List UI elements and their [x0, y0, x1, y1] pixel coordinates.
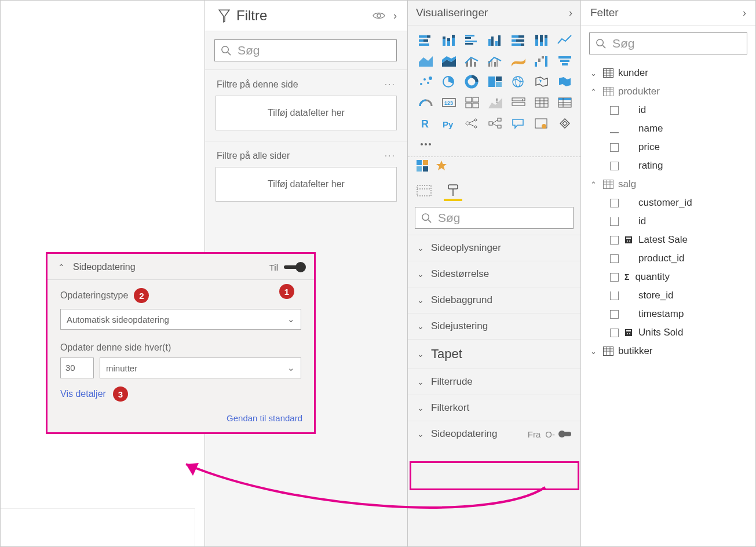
- callout-header[interactable]: ⌃ Sideopdatering Til: [48, 254, 314, 280]
- checkbox[interactable]: [610, 106, 619, 115]
- viz-arcgis-icon[interactable]: [532, 115, 552, 132]
- viz-area-icon[interactable]: [416, 52, 436, 70]
- viz-powerapps-icon[interactable]: [555, 115, 575, 132]
- field-salg-latestsale[interactable]: Latest Sale: [589, 231, 748, 249]
- section-pagesize[interactable]: ⌄Sidestørrelse: [408, 261, 580, 287]
- field-salg-timestamp[interactable]: timestamp: [589, 305, 748, 323]
- filters-page-dropzone[interactable]: Tilføj datafelter her: [216, 96, 397, 130]
- viz-more-icon[interactable]: [416, 136, 436, 153]
- table-kunder[interactable]: ⌄ kunder: [589, 64, 748, 82]
- field-salg-storeid[interactable]: store_id: [589, 286, 748, 305]
- viz-python-icon[interactable]: Py: [439, 115, 459, 132]
- checkbox[interactable]: [610, 310, 619, 319]
- collapse-icon[interactable]: ›: [569, 7, 572, 19]
- collapse-icon[interactable]: ›: [393, 10, 397, 22]
- viz-line-clustered-icon[interactable]: [485, 52, 505, 70]
- viz-gauge-icon[interactable]: [416, 94, 436, 111]
- field-salg-customerid[interactable]: customer_id: [589, 194, 748, 212]
- viz-waterfall-icon[interactable]: [532, 52, 552, 70]
- viz-slicer-icon[interactable]: [509, 94, 528, 111]
- viz-stacked-column-icon[interactable]: [439, 31, 459, 49]
- svg-rect-18: [488, 39, 491, 46]
- show-details-link[interactable]: Vis detaljer 3: [60, 386, 301, 402]
- field-salg-unitssold[interactable]: Units Sold: [589, 323, 748, 342]
- viz-decomposition-icon[interactable]: [485, 115, 505, 132]
- field-salg-quantity[interactable]: Σquantity: [589, 268, 748, 286]
- more-icon[interactable]: ···: [385, 79, 396, 90]
- viz-key-influencers-icon[interactable]: [462, 115, 482, 132]
- refresh-type-select[interactable]: Automatisk sideopdatering ⌄: [60, 309, 301, 330]
- checkbox[interactable]: [610, 291, 619, 300]
- viz-scatter-icon[interactable]: [416, 73, 436, 90]
- viz-card-icon[interactable]: 123: [439, 94, 459, 111]
- viz-clustered-bar-icon[interactable]: [462, 31, 482, 49]
- field-produkter-id[interactable]: id: [589, 101, 748, 119]
- viz-line-column-icon[interactable]: [462, 52, 482, 70]
- section-filtercard[interactable]: ⌄Filterkort: [408, 395, 580, 421]
- viz-map-icon[interactable]: [509, 73, 528, 90]
- toggle-on[interactable]: [284, 265, 304, 269]
- more-icon[interactable]: ···: [385, 151, 396, 161]
- field-salg-productid[interactable]: product_id: [589, 249, 748, 268]
- checkbox[interactable]: [610, 236, 619, 245]
- viz-donut-icon[interactable]: [462, 73, 482, 90]
- section-refresh[interactable]: ⌄Sideopdatering FraO-: [408, 421, 580, 447]
- field-produkter-rating[interactable]: rating: [589, 156, 748, 175]
- checkbox[interactable]: [610, 273, 619, 282]
- viz-matrix-icon[interactable]: [555, 94, 575, 111]
- filters-search[interactable]: Søg: [214, 39, 397, 61]
- section-pagebg[interactable]: ⌄Sidebaggrund: [408, 287, 580, 313]
- checkbox[interactable]: [610, 162, 619, 170]
- viz-line-icon[interactable]: [555, 31, 575, 49]
- filters-header: Filtre ›: [205, 1, 407, 31]
- fields-tab-icon[interactable]: [416, 183, 432, 199]
- toggle-off-icon[interactable]: [560, 432, 571, 436]
- checkbox[interactable]: [610, 329, 619, 337]
- section-pagealign[interactable]: ⌄Sidejustering: [408, 313, 580, 339]
- table-butikker[interactable]: ⌄ butikker: [589, 342, 748, 360]
- viz-stacked-area-icon[interactable]: [439, 52, 459, 70]
- svg-text:123: 123: [444, 100, 453, 106]
- checkbox[interactable]: [610, 254, 619, 263]
- format-search[interactable]: Søg: [415, 207, 574, 229]
- section-pageinfo[interactable]: ⌄Sideoplysninger: [408, 235, 580, 261]
- viz-qa-icon[interactable]: [509, 115, 528, 132]
- fields-search[interactable]: Søg: [589, 32, 747, 54]
- viz-ribbon-icon[interactable]: [509, 52, 528, 70]
- viz-shape-map-icon[interactable]: [555, 73, 575, 90]
- viz-r-icon[interactable]: R: [416, 115, 436, 132]
- custom-visual-icon[interactable]: [416, 159, 429, 172]
- checkbox[interactable]: [610, 125, 619, 133]
- interval-unit-select[interactable]: minutter ⌄: [100, 358, 301, 378]
- eye-icon[interactable]: [372, 11, 385, 20]
- viz-funnel-icon[interactable]: [555, 52, 575, 70]
- field-salg-id[interactable]: id: [589, 212, 748, 231]
- checkbox[interactable]: [610, 199, 619, 207]
- field-produkter-name[interactable]: name: [589, 119, 748, 138]
- table-salg[interactable]: ⌃ salg: [589, 175, 748, 194]
- format-tab-icon[interactable]: [445, 183, 461, 199]
- viz-multi-card-icon[interactable]: [462, 94, 482, 111]
- checkbox[interactable]: [610, 217, 619, 226]
- field-produkter-price[interactable]: price: [589, 138, 748, 156]
- collapse-icon[interactable]: ›: [743, 7, 746, 19]
- viz-treemap-icon[interactable]: [485, 73, 505, 90]
- interval-value-input[interactable]: 30: [60, 358, 94, 378]
- viz-100-bar-icon[interactable]: [509, 31, 528, 49]
- viz-100-column-icon[interactable]: [532, 31, 552, 49]
- restore-default-link[interactable]: Gendan til standard: [48, 407, 314, 432]
- viz-kpi-icon[interactable]: !: [485, 94, 505, 111]
- section-filterpane[interactable]: ⌄Filterrude: [408, 369, 580, 395]
- measure-icon: [624, 236, 633, 244]
- viz-filled-map-icon[interactable]: [532, 73, 552, 90]
- viz-pie-icon[interactable]: [439, 73, 459, 90]
- svg-marker-68: [488, 98, 502, 108]
- section-wallpaper[interactable]: ⌄Tapet: [408, 339, 580, 369]
- favorite-visual-icon[interactable]: [436, 160, 447, 172]
- viz-stacked-bar-icon[interactable]: [416, 31, 436, 49]
- viz-table-icon[interactable]: [532, 94, 552, 111]
- viz-clustered-column-icon[interactable]: [485, 31, 505, 49]
- filters-all-dropzone[interactable]: Tilføj datafelter her: [216, 167, 397, 202]
- table-produkter[interactable]: ⌃ produkter: [589, 82, 748, 101]
- checkbox[interactable]: [610, 143, 619, 152]
